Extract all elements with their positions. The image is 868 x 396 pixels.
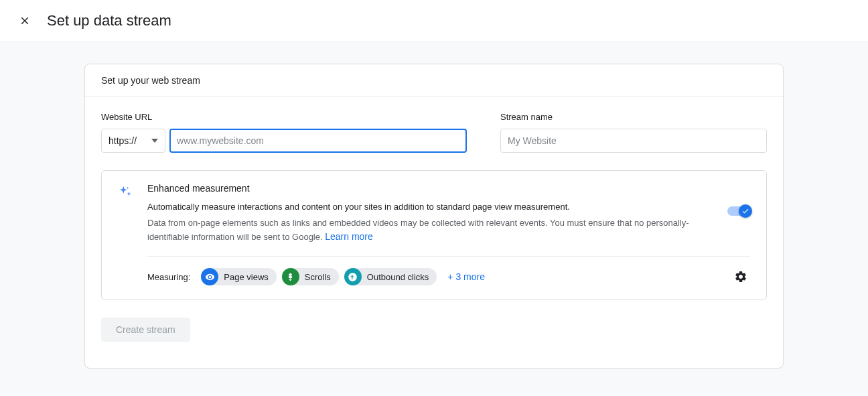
enhanced-subtitle: Automatically measure interactions and c… xyxy=(147,200,701,214)
create-stream-button[interactable]: Create stream xyxy=(101,318,190,342)
sparkle-icon xyxy=(118,184,133,199)
chip-scrolls: Scrolls xyxy=(282,268,339,285)
page-body: Set up your web stream Website URL https… xyxy=(0,42,868,395)
enhanced-settings-button[interactable] xyxy=(731,267,750,286)
gear-icon xyxy=(734,270,747,283)
more-chips-link[interactable]: + 3 more xyxy=(447,271,485,282)
chips-group: Page views Scrolls xyxy=(201,268,721,285)
stream-name-input[interactable] xyxy=(500,129,767,153)
scroll-icon xyxy=(282,268,299,285)
protocol-value: https:// xyxy=(108,135,137,146)
chevron-down-icon xyxy=(151,139,158,143)
form-row: Website URL https:// Stream name xyxy=(101,112,767,153)
website-url-input[interactable] xyxy=(169,129,467,153)
website-url-label: Website URL xyxy=(101,112,467,122)
close-icon xyxy=(19,15,31,27)
stream-setup-card: Set up your web stream Website URL https… xyxy=(84,64,784,369)
measuring-label: Measuring: xyxy=(147,272,190,282)
eye-icon xyxy=(201,268,218,285)
outbound-icon xyxy=(344,268,362,285)
enhanced-note: Data from on-page elements such as links… xyxy=(147,216,701,245)
divider xyxy=(147,256,750,257)
enhanced-measurement-box: Enhanced measurement Automatically measu… xyxy=(101,170,767,300)
close-button[interactable] xyxy=(19,12,38,29)
protocol-select[interactable]: https:// xyxy=(101,129,165,153)
page-title: Set up data stream xyxy=(47,12,171,29)
chip-page-views: Page views xyxy=(201,268,276,285)
chip-outbound-clicks: Outbound clicks xyxy=(344,268,437,285)
stream-name-label: Stream name xyxy=(500,112,767,122)
top-header: Set up data stream xyxy=(0,0,868,42)
enhanced-toggle[interactable] xyxy=(727,206,750,216)
card-header: Set up your web stream xyxy=(85,64,783,97)
enhanced-title: Enhanced measurement xyxy=(147,183,701,194)
check-icon xyxy=(741,207,749,215)
learn-more-link[interactable]: Learn more xyxy=(325,231,373,242)
